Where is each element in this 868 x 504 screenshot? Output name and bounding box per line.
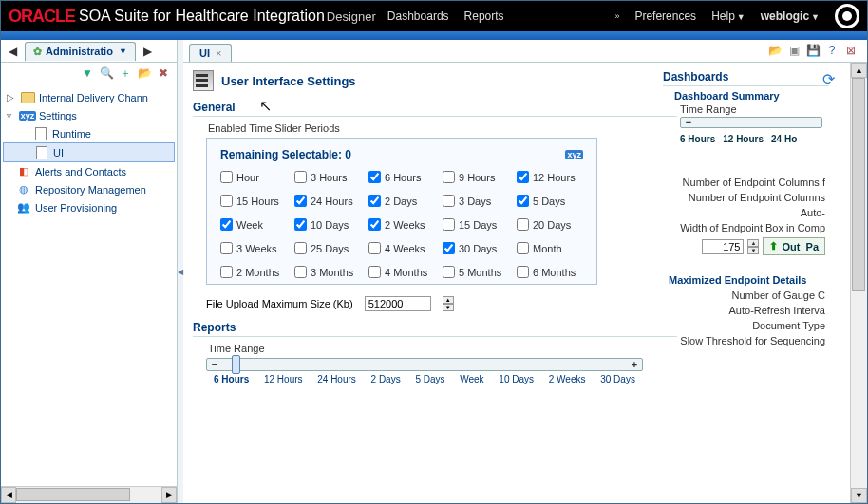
period-checkbox[interactable]: Week (220, 218, 287, 231)
tab-next-button[interactable]: ▶ (140, 45, 156, 58)
period-checkbox[interactable]: 5 Days (517, 195, 583, 207)
period-checkbox[interactable]: 6 Months (517, 266, 583, 278)
period-checkbox-input[interactable] (368, 195, 381, 207)
help-menu[interactable]: Help▼ (711, 9, 745, 23)
period-checkbox-input[interactable] (220, 171, 233, 183)
delete-icon[interactable]: ✖ (156, 65, 171, 81)
tree-user-prov[interactable]: 👥 User Provisioning (3, 198, 175, 216)
period-checkbox-input[interactable] (517, 266, 529, 278)
period-checkbox[interactable]: 24 Hours (294, 195, 361, 207)
close-tab-icon[interactable]: × (216, 47, 221, 59)
sidebar-hscrollbar[interactable]: ◀ ▶ (1, 486, 177, 503)
scroll-up-button[interactable]: ▲ (851, 63, 867, 78)
spinner-up-icon[interactable]: ▲ (443, 296, 454, 304)
tree-settings[interactable]: ▿ xyz Settings (3, 106, 175, 124)
period-checkbox-input[interactable] (517, 218, 529, 231)
period-checkbox-input[interactable] (517, 195, 529, 207)
period-checkbox-input[interactable] (443, 195, 455, 207)
tree-internal-delivery[interactable]: ▷ Internal Delivery Chann (3, 88, 175, 106)
period-checkbox-input[interactable] (294, 242, 307, 254)
period-checkbox[interactable]: 9 Hours (443, 171, 509, 183)
help-icon[interactable]: ? (823, 42, 840, 59)
reports-time-slider[interactable]: − + (206, 358, 643, 371)
sidebar-tab-admin[interactable]: ✿ Administratio ▼ (25, 42, 136, 61)
period-checkbox-input[interactable] (220, 266, 233, 278)
tab-dropdown-icon[interactable]: ▼ (119, 47, 127, 56)
period-checkbox[interactable]: 3 Weeks (220, 242, 287, 254)
slider-minus-icon[interactable]: − (209, 359, 220, 370)
period-checkbox[interactable]: 3 Months (294, 266, 361, 278)
period-checkbox[interactable]: 25 Days (294, 242, 361, 254)
out-endpoint-button[interactable]: ⬆ Out_Pa (763, 237, 825, 255)
expand-icon[interactable]: ▷ (7, 92, 16, 103)
slider-plus-icon[interactable]: + (629, 359, 640, 370)
tree-ui[interactable]: UI (3, 142, 175, 162)
period-checkbox-input[interactable] (443, 218, 455, 231)
content-tab-ui[interactable]: UI × (189, 44, 232, 62)
period-checkbox[interactable]: 4 Weeks (368, 242, 435, 254)
content-vscrollbar[interactable]: ▲ ▼ (850, 63, 867, 503)
period-checkbox-input[interactable] (443, 242, 455, 254)
period-checkbox[interactable]: 15 Days (443, 218, 509, 231)
period-checkbox[interactable]: 4 Months (368, 266, 435, 278)
close-all-icon[interactable]: ⊠ (842, 42, 859, 59)
period-checkbox[interactable]: 3 Hours (294, 171, 361, 183)
period-checkbox-input[interactable] (368, 242, 381, 254)
period-checkbox[interactable]: 6 Hours (368, 171, 435, 183)
period-checkbox[interactable]: 20 Days (517, 218, 583, 231)
period-checkbox-input[interactable] (294, 195, 307, 207)
period-checkbox-input[interactable] (443, 171, 455, 183)
scroll-thumb[interactable] (16, 488, 130, 501)
tree-runtime[interactable]: Runtime (3, 124, 175, 142)
period-checkbox[interactable]: 2 Weeks (368, 218, 435, 231)
period-checkbox[interactable]: 2 Months (220, 266, 287, 278)
file-upload-input[interactable] (365, 296, 431, 311)
preferences-link[interactable]: Preferences (634, 9, 696, 23)
period-checkbox[interactable]: 3 Days (443, 195, 509, 207)
period-checkbox-input[interactable] (368, 266, 381, 278)
period-checkbox-input[interactable] (368, 171, 381, 183)
period-checkbox-input[interactable] (220, 242, 233, 254)
period-checkbox[interactable]: 15 Hours (220, 195, 287, 207)
scroll-thumb[interactable] (852, 78, 865, 291)
period-checkbox-input[interactable] (220, 218, 233, 231)
slider-thumb[interactable] (232, 355, 240, 374)
save-icon[interactable]: 💾 (804, 42, 821, 59)
open-icon[interactable]: 📂 (766, 42, 783, 59)
add-icon[interactable]: ＋ (118, 65, 133, 81)
period-checkbox[interactable]: 30 Days (443, 242, 509, 254)
period-checkbox-input[interactable] (517, 171, 529, 183)
scroll-left-button[interactable]: ◀ (1, 487, 16, 503)
period-checkbox-input[interactable] (517, 242, 529, 254)
period-checkbox[interactable]: Hour (220, 171, 287, 183)
search-icon[interactable]: 🔍 (99, 65, 114, 81)
spinner-down-icon[interactable]: ▼ (443, 304, 454, 311)
period-checkbox[interactable]: 5 Months (443, 266, 509, 278)
period-checkbox-input[interactable] (443, 266, 455, 278)
tab-prev-button[interactable]: ◀ (5, 45, 21, 58)
period-checkbox-input[interactable] (294, 171, 307, 183)
period-checkbox[interactable]: 12 Hours (517, 171, 583, 183)
nav-reports[interactable]: Reports (464, 9, 504, 23)
period-checkbox[interactable]: 2 Days (368, 195, 435, 207)
width-input[interactable] (702, 239, 744, 254)
period-checkbox[interactable]: 10 Days (294, 218, 361, 231)
import-icon[interactable]: ▣ (785, 42, 802, 59)
period-checkbox-input[interactable] (294, 218, 307, 231)
spinner-down-icon[interactable]: ▼ (747, 247, 759, 254)
open-folder-icon[interactable]: 📂 (137, 65, 152, 81)
tree-repo[interactable]: ◍ Repository Managemen (3, 180, 175, 198)
dashboard-time-slider[interactable]: − + (680, 117, 822, 128)
spinner-up-icon[interactable]: ▲ (747, 239, 759, 247)
tree-alerts[interactable]: ◧ Alerts and Contacts (3, 162, 175, 180)
scroll-right-button[interactable]: ▶ (161, 487, 177, 503)
nav-dashboards[interactable]: Dashboards (387, 9, 449, 23)
period-checkbox[interactable]: Month (517, 242, 583, 254)
period-checkbox-input[interactable] (368, 218, 381, 231)
filter-icon[interactable]: ▼ (80, 65, 95, 81)
period-checkbox-input[interactable] (220, 195, 233, 207)
period-checkbox-input[interactable] (294, 266, 307, 278)
user-menu[interactable]: weblogic▼ (761, 9, 820, 23)
scroll-down-button[interactable]: ▼ (851, 488, 867, 503)
slider-minus-icon[interactable]: − (683, 117, 694, 128)
